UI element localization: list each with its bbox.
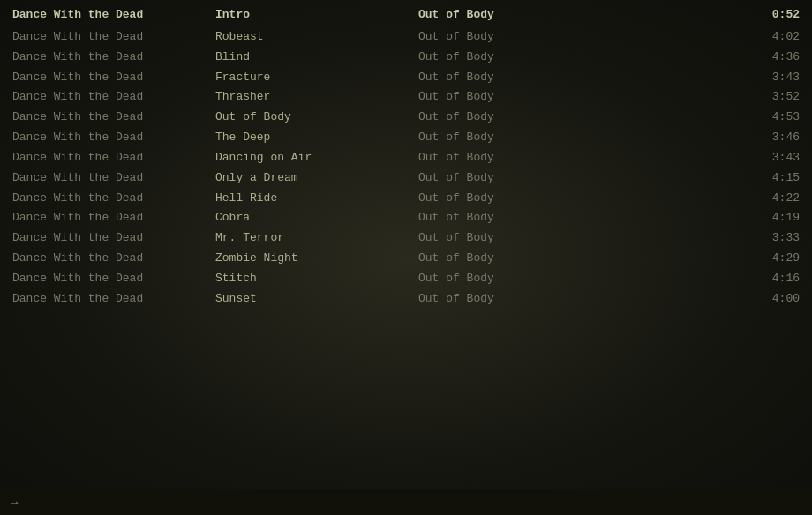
table-row[interactable]: Dance With the DeadFractureOut of Body3:… [0, 68, 812, 88]
track-duration: 3:46 [595, 130, 800, 146]
table-row[interactable]: Dance With the DeadHell RideOut of Body4… [0, 189, 812, 209]
track-list-header: Dance With the Dead Intro Out of Body 0:… [0, 5, 812, 26]
table-row[interactable]: Dance With the DeadRobeastOut of Body4:0… [0, 27, 812, 48]
header-duration: 0:52 [595, 7, 800, 24]
track-artist: Dance With the Dead [12, 271, 215, 287]
track-title: Cobra [215, 210, 418, 227]
track-duration: 4:29 [595, 250, 800, 267]
track-artist: Dance With the Dead [12, 250, 215, 267]
track-artist: Dance With the Dead [12, 230, 215, 247]
track-title: Sunset [215, 291, 418, 308]
track-album: Out of Body [418, 109, 595, 126]
track-duration: 3:52 [595, 89, 800, 106]
track-duration: 4:53 [595, 109, 800, 126]
track-album: Out of Body [418, 271, 595, 287]
track-title: Fracture [215, 70, 418, 86]
track-artist: Dance With the Dead [12, 291, 215, 308]
table-row[interactable]: Dance With the DeadStitchOut of Body4:16 [0, 269, 812, 289]
track-title: Blind [215, 49, 418, 66]
track-album: Out of Body [418, 70, 595, 86]
track-album: Out of Body [418, 190, 595, 207]
table-row[interactable]: Dance With the DeadOnly a DreamOut of Bo… [0, 168, 812, 189]
track-duration: 4:16 [595, 271, 800, 287]
header-title: Intro [215, 7, 418, 24]
track-artist: Dance With the Dead [12, 190, 215, 207]
track-album: Out of Body [418, 150, 595, 167]
track-duration: 4:02 [595, 29, 800, 46]
track-album: Out of Body [418, 250, 595, 267]
track-title: Stitch [215, 271, 418, 287]
arrow-icon: → [11, 496, 18, 510]
bottom-bar: → [0, 489, 812, 515]
track-artist: Dance With the Dead [12, 170, 215, 187]
track-artist: Dance With the Dead [12, 130, 215, 146]
track-album: Out of Body [418, 230, 595, 247]
track-duration: 4:36 [595, 49, 800, 66]
track-title: Only a Dream [215, 170, 418, 187]
track-duration: 4:22 [595, 190, 800, 207]
track-duration: 3:43 [595, 150, 800, 167]
track-duration: 4:00 [595, 291, 800, 308]
track-duration: 4:15 [595, 170, 800, 187]
track-title: The Deep [215, 130, 418, 146]
track-duration: 3:43 [595, 70, 800, 86]
track-title: Mr. Terror [215, 230, 418, 247]
track-album: Out of Body [418, 291, 595, 308]
table-row[interactable]: Dance With the DeadCobraOut of Body4:19 [0, 208, 812, 228]
track-album: Out of Body [418, 130, 595, 146]
header-artist: Dance With the Dead [12, 7, 215, 24]
track-artist: Dance With the Dead [12, 109, 215, 126]
table-row[interactable]: Dance With the DeadMr. TerrorOut of Body… [0, 228, 812, 249]
table-row[interactable]: Dance With the DeadThrasherOut of Body3:… [0, 87, 812, 108]
track-artist: Dance With the Dead [12, 89, 215, 106]
track-album: Out of Body [418, 170, 595, 187]
track-artist: Dance With the Dead [12, 49, 215, 66]
track-album: Out of Body [418, 210, 595, 227]
table-row[interactable]: Dance With the DeadDancing on AirOut of … [0, 148, 812, 168]
table-row[interactable]: Dance With the DeadThe DeepOut of Body3:… [0, 128, 812, 148]
track-album: Out of Body [418, 29, 595, 46]
track-duration: 4:19 [595, 210, 800, 227]
table-row[interactable]: Dance With the DeadBlindOut of Body4:36 [0, 48, 812, 68]
track-album: Out of Body [418, 89, 595, 106]
track-artist: Dance With the Dead [12, 70, 215, 86]
track-artist: Dance With the Dead [12, 29, 215, 46]
track-album: Out of Body [418, 49, 595, 66]
track-artist: Dance With the Dead [12, 210, 215, 227]
track-title: Thrasher [215, 89, 418, 106]
track-title: Out of Body [215, 109, 418, 126]
track-list: Dance With the Dead Intro Out of Body 0:… [0, 0, 812, 315]
track-title: Zombie Night [215, 250, 418, 267]
header-album: Out of Body [418, 7, 595, 24]
track-title: Hell Ride [215, 190, 418, 207]
track-title: Robeast [215, 29, 418, 46]
track-artist: Dance With the Dead [12, 150, 215, 167]
track-duration: 3:33 [595, 230, 800, 247]
table-row[interactable]: Dance With the DeadSunsetOut of Body4:00 [0, 289, 812, 310]
table-row[interactable]: Dance With the DeadOut of BodyOut of Bod… [0, 108, 812, 128]
table-row[interactable]: Dance With the DeadZombie NightOut of Bo… [0, 249, 812, 269]
track-title: Dancing on Air [215, 150, 418, 167]
